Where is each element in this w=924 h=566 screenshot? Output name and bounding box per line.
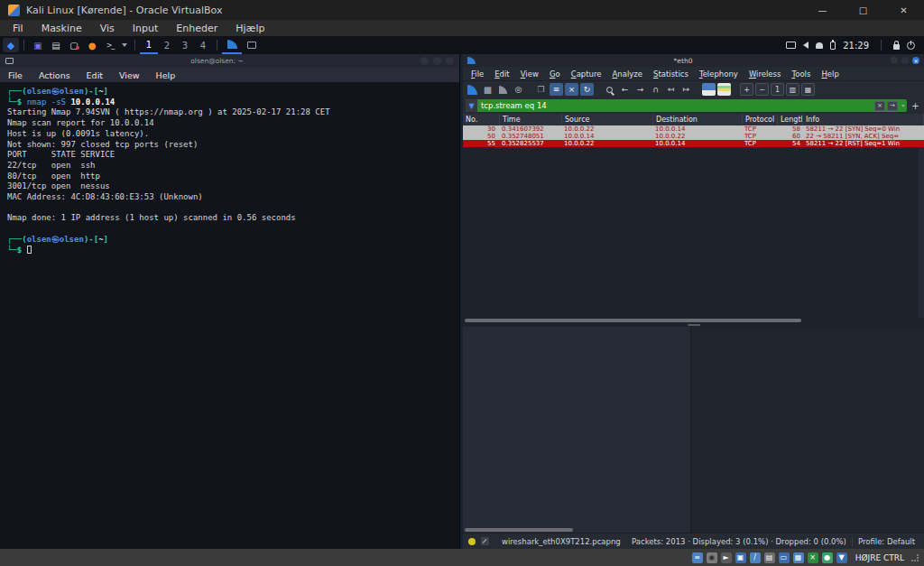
term-menu-view[interactable]: View: [111, 70, 148, 80]
go-back-icon[interactable]: ←: [618, 83, 632, 96]
wireshark-close-button[interactable]: ✕: [912, 57, 919, 64]
optical-status-icon[interactable]: ◉: [707, 552, 717, 563]
packet-row[interactable]: 500.35274805110.0.0.1410.0.0.22TCP6022 →…: [463, 133, 924, 140]
battery-icon[interactable]: [830, 42, 836, 50]
text-editor-icon[interactable]: ▢: [67, 38, 81, 52]
restart-capture-icon[interactable]: [496, 83, 510, 96]
vbx-menu-enheder[interactable]: Enheder: [167, 23, 226, 34]
packet-list-hscrollbar[interactable]: [463, 318, 924, 323]
notifications-bell-icon[interactable]: [816, 42, 823, 49]
column-header-time[interactable]: Time: [500, 114, 562, 125]
shared-folders-status-icon[interactable]: ▤: [764, 552, 775, 563]
ws-menu-tools[interactable]: Tools: [786, 70, 816, 79]
ws-menu-wireless[interactable]: Wireless: [744, 70, 787, 79]
term-menu-edit[interactable]: Edit: [79, 70, 111, 80]
vbx-menu-fil[interactable]: Fil: [4, 23, 32, 34]
reload-file-icon[interactable]: ↻: [580, 83, 594, 96]
hdd-status-icon[interactable]: ≡: [692, 552, 703, 563]
audio-status-icon[interactable]: ►: [721, 552, 732, 563]
stop-capture-icon[interactable]: ■: [481, 83, 494, 96]
zoom-out-icon[interactable]: −: [755, 83, 769, 96]
term-menu-actions[interactable]: Actions: [31, 70, 79, 80]
coloring-rules-icon[interactable]: [717, 83, 731, 96]
filter-clear-icon[interactable]: ×: [874, 101, 885, 111]
normal-size-icon[interactable]: 1: [771, 83, 784, 96]
panel-clock[interactable]: 21:29: [843, 41, 869, 51]
ws-menu-statistics[interactable]: Statistics: [648, 70, 694, 79]
chevron-down-icon[interactable]: [122, 43, 127, 47]
workspace-4[interactable]: 4: [194, 36, 212, 54]
maximize-button[interactable]: □: [843, 0, 883, 20]
term-menu-file[interactable]: File: [0, 70, 31, 80]
firefox-icon[interactable]: ●: [85, 38, 99, 52]
terminal-maximize-button[interactable]: [433, 57, 441, 65]
usb-status-icon[interactable]: /: [750, 552, 761, 563]
close-file-icon[interactable]: ×: [565, 83, 578, 96]
zoom-in-icon[interactable]: +: [740, 83, 753, 96]
wireshark-minimize-button[interactable]: [891, 57, 898, 64]
column-header-protocol[interactable]: Protocol: [743, 114, 778, 125]
filter-apply-icon[interactable]: →: [887, 101, 898, 111]
save-file-icon[interactable]: ≡: [550, 83, 563, 96]
details-hscrollbar[interactable]: [465, 528, 573, 532]
power-icon[interactable]: [907, 42, 915, 50]
find-icon[interactable]: [603, 83, 616, 96]
go-to-packet-icon[interactable]: ∩: [649, 83, 662, 96]
wireshark-titlebar[interactable]: *eth0 ✕: [463, 54, 924, 67]
keyboard-status-icon[interactable]: ▼: [836, 552, 847, 563]
next-packet-icon[interactable]: ↦: [679, 83, 693, 96]
filter-dropdown-icon[interactable]: [901, 105, 905, 107]
column-header-no[interactable]: No.: [463, 114, 500, 125]
kali-menu-button[interactable]: ◆: [3, 38, 19, 52]
terminal-close-button[interactable]: [446, 57, 454, 65]
terminal-output-area[interactable]: ┌──(olsen㉿olsen)-[~] └─$ nmap -sS 10.0.0…: [0, 82, 459, 549]
workspace-3[interactable]: 3: [176, 36, 194, 54]
start-capture-icon[interactable]: [466, 83, 479, 96]
ws-menu-edit[interactable]: Edit: [489, 70, 514, 79]
close-button[interactable]: ✕: [883, 0, 924, 20]
show-desktop-icon[interactable]: [247, 42, 256, 49]
packet-bytes-pane[interactable]: [690, 327, 924, 533]
previous-packet-icon[interactable]: ↤: [664, 83, 678, 96]
ws-menu-capture[interactable]: Capture: [566, 70, 607, 79]
vbx-menu-vis[interactable]: Vis: [91, 23, 124, 34]
minimize-button[interactable]: —: [802, 0, 843, 20]
ws-menu-go[interactable]: Go: [544, 70, 566, 79]
packet-list-vscrollbar[interactable]: [919, 147, 924, 318]
terminal-launcher-icon[interactable]: >_: [103, 38, 117, 52]
packet-details-pane[interactable]: [463, 327, 690, 533]
ws-menu-help[interactable]: Help: [816, 70, 844, 79]
ws-menu-file[interactable]: File: [466, 70, 489, 79]
vbx-menu-maskine[interactable]: Maskine: [32, 23, 91, 34]
filter-bookmark-icon[interactable]: ▼: [466, 99, 477, 112]
lock-screen-icon[interactable]: [893, 44, 900, 50]
column-header-info[interactable]: Info: [803, 114, 924, 125]
workspace-2[interactable]: 2: [158, 36, 176, 54]
ws-menu-analyze[interactable]: Analyze: [607, 70, 649, 79]
file-manager-icon[interactable]: ▤: [49, 38, 63, 52]
go-forward-icon[interactable]: →: [633, 83, 647, 96]
column-header-destination[interactable]: Destination: [653, 114, 743, 125]
features-status-icon[interactable]: ×: [808, 552, 818, 563]
packet-row[interactable]: 300.34160739210.0.0.2210.0.0.14TCP585821…: [463, 125, 924, 133]
resize-grip[interactable]: [911, 554, 919, 561]
resize-columns-icon[interactable]: ▥: [786, 83, 799, 96]
column-header-length[interactable]: Length: [778, 114, 803, 125]
volume-icon[interactable]: [803, 42, 808, 49]
terminal-minimize-button[interactable]: [420, 57, 429, 65]
taskbar-wireshark-button[interactable]: [222, 36, 242, 54]
wireshark-maximize-button[interactable]: [901, 57, 909, 64]
files-app-icon[interactable]: ▣: [31, 38, 45, 52]
packet-list-empty-area[interactable]: [463, 147, 924, 318]
reset-layout-icon[interactable]: ▦: [801, 83, 815, 96]
network-status-icon[interactable]: ▣: [735, 552, 746, 563]
expert-info-icon[interactable]: [468, 538, 476, 545]
profile-label[interactable]: Profile: Default: [858, 537, 915, 546]
packet-row[interactable]: 550.35282553710.0.0.2210.0.0.14TCP545821…: [463, 140, 924, 147]
ws-menu-telephony[interactable]: Telephony: [694, 70, 744, 79]
workspace-1[interactable]: 1: [140, 36, 158, 54]
column-header-source[interactable]: Source: [562, 114, 653, 125]
capture-file-name[interactable]: wireshark_eth0X9T212.pcapng: [502, 537, 621, 546]
capture-options-icon[interactable]: ◎: [512, 83, 525, 96]
filter-add-button[interactable]: +: [910, 100, 921, 112]
